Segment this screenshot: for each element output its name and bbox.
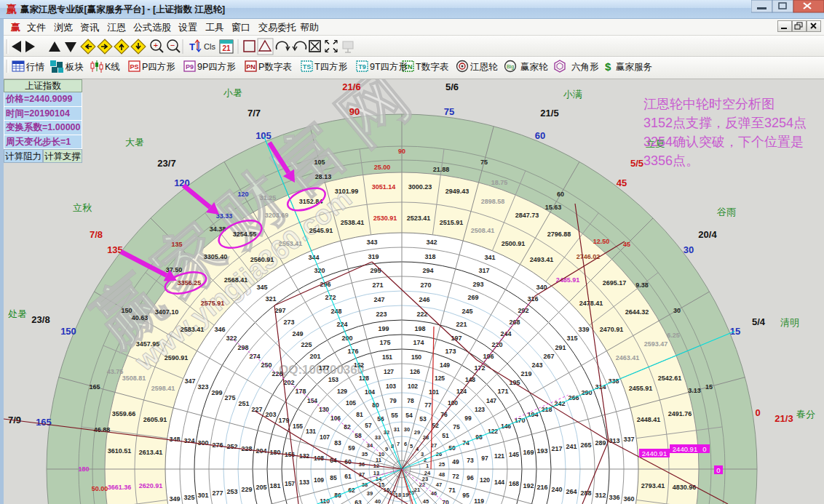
svg-text:75: 75 [453,423,460,431]
svg-text:321: 321 [265,295,276,303]
svg-text:2493.41: 2493.41 [530,256,554,263]
svg-text:349: 349 [169,495,180,503]
svg-text:2613.41: 2613.41 [139,449,163,456]
svg-text:PS: PS [130,63,138,71]
svg-text:2898.58: 2898.58 [481,198,505,205]
svg-text:75: 75 [480,159,488,166]
svg-text:129: 129 [337,388,347,395]
svg-text:107: 107 [320,433,330,441]
svg-text:3305.40: 3305.40 [204,253,228,260]
svg-text:25.00: 25.00 [374,164,391,171]
svg-text:312: 312 [595,492,606,499]
svg-text:225: 225 [301,341,312,348]
svg-text:15.63: 15.63 [545,204,562,211]
svg-text:立秋: 立秋 [73,202,92,213]
svg-text:2644.32: 2644.32 [625,308,649,316]
svg-text:0: 0 [716,466,720,474]
svg-text:3457.95: 3457.95 [136,340,160,348]
svg-text:2568.41: 2568.41 [224,276,248,284]
svg-text:−: − [170,41,175,49]
svg-text:15: 15 [730,326,740,337]
svg-text:295: 295 [370,267,381,274]
svg-text:270: 270 [420,281,431,289]
svg-text:25: 25 [439,461,445,468]
svg-text:小暑: 小暑 [223,87,242,98]
svg-text:45: 45 [617,177,627,188]
svg-text:T数字表: T数字表 [416,62,449,72]
svg-text:2847.73: 2847.73 [515,212,539,219]
svg-text:43.75: 43.75 [107,368,124,375]
svg-text:319: 319 [368,253,379,260]
svg-text:24: 24 [424,470,431,476]
svg-text:175: 175 [379,339,390,346]
svg-text:193: 193 [536,447,547,455]
svg-text:3356.25: 3356.25 [178,279,202,287]
svg-text:277: 277 [212,489,223,497]
svg-text:大暑: 大暑 [125,137,144,148]
svg-text:153: 153 [328,376,338,383]
svg-text:PN: PN [246,63,255,71]
svg-text:245: 245 [461,308,472,315]
svg-text:7: 7 [397,441,400,447]
svg-text:6: 6 [404,441,407,447]
svg-text:谷雨: 谷雨 [717,207,736,217]
svg-text:P四方形: P四方形 [142,62,175,72]
svg-text:157: 157 [285,480,295,487]
svg-text:105: 105 [346,399,356,407]
svg-text:23/8: 23/8 [31,314,49,325]
svg-text:K线: K线 [105,62,120,72]
svg-text:269: 269 [467,294,478,301]
svg-text:252: 252 [226,443,237,450]
svg-text:78: 78 [407,397,414,404]
svg-text:21/6: 21/6 [342,81,360,92]
svg-text:3: 3 [421,451,424,457]
svg-text:217: 217 [551,445,562,452]
svg-text:2538.41: 2538.41 [341,219,365,226]
svg-text:133: 133 [299,479,309,486]
svg-text:73: 73 [467,457,474,464]
svg-text:51: 51 [442,432,449,439]
svg-text:2598.41: 2598.41 [151,385,175,392]
svg-text:121: 121 [494,452,504,460]
svg-text:Big: Big [507,64,514,70]
svg-text:171: 171 [497,388,508,395]
svg-text:39: 39 [367,490,373,497]
svg-text:21: 21 [222,44,231,52]
svg-text:40: 40 [375,498,381,504]
svg-text:2485.91: 2485.91 [556,276,580,284]
svg-text:291: 291 [555,344,566,351]
svg-text:149: 149 [440,361,450,369]
svg-text:147: 147 [486,397,496,404]
svg-text:150: 150 [121,307,132,314]
svg-text:2508.41: 2508.41 [471,227,495,234]
svg-text:18.75: 18.75 [491,179,508,186]
svg-text:315: 315 [566,335,577,342]
svg-text:21/5: 21/5 [540,108,558,119]
svg-text:2463.41: 2463.41 [616,354,640,361]
svg-text:3407.10: 3407.10 [155,308,179,316]
svg-text:49: 49 [452,458,459,465]
svg-text:34: 34 [367,442,373,449]
svg-text:325: 325 [183,494,194,501]
svg-text:2500.91: 2500.91 [502,240,526,247]
svg-text:春分: 春分 [796,409,815,420]
svg-text:221: 221 [456,321,467,328]
svg-text:299: 299 [211,389,222,396]
svg-text:77: 77 [424,401,432,409]
svg-text:31.25: 31.25 [260,194,277,201]
svg-text:246: 246 [419,296,429,303]
svg-text:4830.96: 4830.96 [673,484,697,491]
svg-text:323: 323 [197,383,208,391]
svg-text:265: 265 [580,441,591,449]
svg-text:15: 15 [705,383,713,391]
svg-text:小满: 小满 [563,89,582,100]
svg-text:23/7: 23/7 [157,158,175,169]
svg-text:P9: P9 [186,63,194,71]
svg-text:6.25: 6.25 [667,332,680,339]
svg-text:+: + [154,41,158,49]
svg-text:180: 180 [78,465,89,473]
svg-text:181: 181 [269,482,280,489]
svg-text:P数字表: P数字表 [258,62,292,72]
svg-text:264: 264 [566,488,577,495]
svg-text:165: 165 [36,417,52,428]
